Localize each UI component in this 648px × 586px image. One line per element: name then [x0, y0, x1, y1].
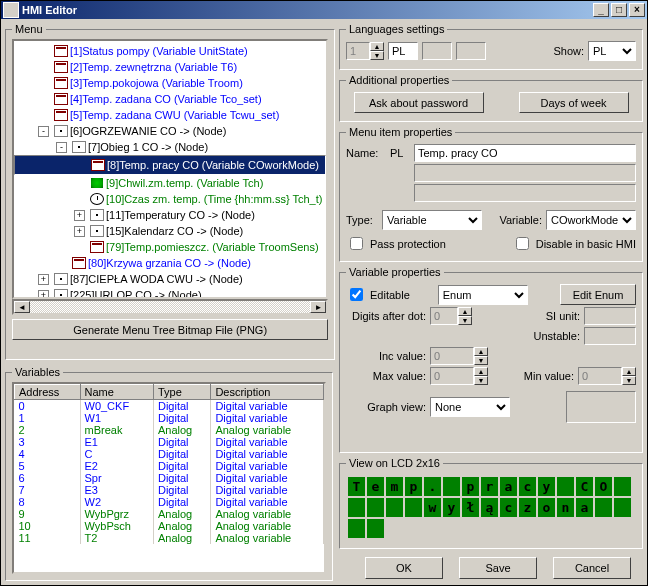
- tree-item[interactable]: [9]Chwil.zm.temp. (Variable Tch): [14, 175, 326, 191]
- lcd-view-group: View on LCD 2x16 Temp.pracyCOwyłączona: [339, 457, 643, 549]
- table-row[interactable]: 10WybPschAnalogAnalog variable: [15, 520, 324, 532]
- expand-icon[interactable]: -: [56, 142, 67, 153]
- tree-item[interactable]: [4]Temp. zadana CO (Variable Tco_set): [14, 91, 326, 107]
- lcd-cell: y: [538, 477, 555, 496]
- table-row[interactable]: 11T2AnalogAnalog variable: [15, 532, 324, 544]
- node-icon: [54, 273, 68, 285]
- tree-item[interactable]: [10]Czas zm. temp. (Time {hh:mm.ss} Tch_…: [14, 191, 326, 207]
- expand-icon[interactable]: -: [38, 126, 49, 137]
- table-row[interactable]: 2mBreakAnalogAnalog variable: [15, 424, 324, 436]
- column-header[interactable]: Address: [15, 385, 81, 400]
- graph-label: Graph view:: [346, 401, 426, 413]
- table-row[interactable]: 7E3DigitalDigital variable: [15, 484, 324, 496]
- menu-item-properties-group: Menu item properties Name: PL: [339, 126, 643, 262]
- edit-enum-button[interactable]: Edit Enum: [560, 284, 636, 305]
- tree-item[interactable]: +[225]URLOP CO -> (Node): [14, 287, 326, 299]
- tree-item[interactable]: +[15]Kalendarz CO -> (Node): [14, 223, 326, 239]
- lcd-cell: m: [386, 477, 403, 496]
- max-spinner[interactable]: ▲▼: [430, 367, 488, 385]
- spin-up-icon[interactable]: ▲: [370, 42, 384, 51]
- tree-item[interactable]: -[6]OGRZEWANIE CO -> (Node): [14, 123, 326, 139]
- menu-group: Menu [1]Status pompy (Variable UnitState…: [5, 23, 335, 360]
- save-button[interactable]: Save: [459, 557, 537, 579]
- max-label: Max value:: [346, 370, 426, 382]
- column-header[interactable]: Type: [153, 385, 210, 400]
- tree-item[interactable]: +[87]CIEPŁA WODA CWU -> (Node): [14, 271, 326, 287]
- item-name-input[interactable]: [414, 144, 636, 162]
- expand-icon[interactable]: +: [74, 226, 85, 237]
- lcd-cell: a: [500, 477, 517, 496]
- spin-down-icon[interactable]: ▼: [370, 51, 384, 60]
- tree-item[interactable]: [3]Temp.pokojowa (Variable Troom): [14, 75, 326, 91]
- digits-spinner[interactable]: ▲▼: [430, 307, 472, 325]
- cancel-button[interactable]: Cancel: [553, 557, 631, 579]
- variable-label: Variable:: [499, 214, 542, 226]
- tree-item[interactable]: [8]Temp. pracy CO (Variable COworkMode): [14, 155, 326, 175]
- tree-item[interactable]: [1]Status pompy (Variable UnitState): [14, 43, 326, 59]
- ask-password-button[interactable]: Ask about password: [354, 92, 484, 113]
- tree-item-label: [87]CIEPŁA WODA CWU -> (Node): [70, 273, 243, 285]
- table-row[interactable]: 6SprDigitalDigital variable: [15, 472, 324, 484]
- additional-properties-group: Additional properties Ask about password…: [339, 74, 643, 122]
- lang0-input[interactable]: [388, 42, 418, 60]
- min-spinner[interactable]: ▲▼: [578, 367, 636, 385]
- disable-basic-hmi-checkbox[interactable]: Disable in basic HMI: [512, 234, 636, 253]
- lang-count-spinner[interactable]: ▲▼: [346, 42, 384, 60]
- table-row[interactable]: 0W0_CKFDigitalDigital variable: [15, 400, 324, 413]
- column-header[interactable]: Description: [211, 385, 324, 400]
- expand-icon[interactable]: +: [74, 210, 85, 221]
- lcd-cell: n: [557, 498, 574, 517]
- tree-hscroll[interactable]: ◄ ►: [12, 299, 328, 315]
- table-row[interactable]: 5E2DigitalDigital variable: [15, 460, 324, 472]
- tree-item[interactable]: [2]Temp. zewnętrzna (Variable T6): [14, 59, 326, 75]
- format-select[interactable]: Enum: [438, 285, 528, 305]
- expand-icon[interactable]: +: [38, 274, 49, 285]
- close-button[interactable]: ×: [629, 3, 645, 17]
- lang-count-input[interactable]: [346, 42, 370, 60]
- maximize-button[interactable]: □: [611, 3, 627, 17]
- table-row[interactable]: 4CDigitalDigital variable: [15, 448, 324, 460]
- show-lang-select[interactable]: PL: [588, 41, 636, 61]
- tree-item-label: [225]URLOP CO -> (Node): [70, 289, 202, 299]
- item-name-input-2: [414, 164, 636, 182]
- table-row[interactable]: 3E1DigitalDigital variable: [15, 436, 324, 448]
- expand-icon[interactable]: +: [38, 290, 49, 300]
- menu-legend: Menu: [12, 23, 46, 35]
- column-header[interactable]: Name: [80, 385, 153, 400]
- lcd-cell: O: [595, 477, 612, 496]
- editable-checkbox[interactable]: Editable: [346, 285, 410, 304]
- pass-protection-checkbox[interactable]: Pass protection: [346, 234, 446, 253]
- tree-item[interactable]: +[11]Temperatury CO -> (Node): [14, 207, 326, 223]
- generate-png-button[interactable]: Generate Menu Tree Bitmap File (PNG): [12, 319, 328, 340]
- table-row[interactable]: 9WybPgrzAnalogAnalog variable: [15, 508, 324, 520]
- scroll-right-icon[interactable]: ►: [310, 301, 326, 313]
- page-icon: [91, 159, 105, 171]
- node-icon: [54, 125, 68, 137]
- lcd-cell: [595, 498, 612, 517]
- lcd-cell: [614, 498, 631, 517]
- tree-item[interactable]: [80]Krzywa grzania CO -> (Node): [14, 255, 326, 271]
- name-label: Name:: [346, 147, 386, 159]
- table-row[interactable]: 1W1DigitalDigital variable: [15, 412, 324, 424]
- ok-button[interactable]: OK: [365, 557, 443, 579]
- table-row[interactable]: 8W2DigitalDigital variable: [15, 496, 324, 508]
- digits-label: Digits after dot:: [346, 310, 426, 322]
- minimize-button[interactable]: _: [593, 3, 609, 17]
- tree-item[interactable]: [5]Temp. zadana CWU (Variable Tcwu_set): [14, 107, 326, 123]
- unstable-label: Unstable:: [534, 330, 580, 342]
- name-lang-label: PL: [390, 147, 410, 159]
- graph-select[interactable]: None: [430, 397, 510, 417]
- siunit-label: SI unit:: [546, 310, 580, 322]
- scroll-left-icon[interactable]: ◄: [14, 301, 30, 313]
- variables-table[interactable]: AddressNameTypeDescription 0W0_CKFDigita…: [12, 382, 326, 574]
- variable-select[interactable]: COworkMode: [546, 210, 636, 230]
- lcd-cell: p: [405, 477, 422, 496]
- type-select[interactable]: Variable: [382, 210, 482, 230]
- lcd-cell: ł: [462, 498, 479, 517]
- days-of-week-button[interactable]: Days of week: [519, 92, 629, 113]
- lcd-cell: [557, 477, 574, 496]
- tree-item[interactable]: [79]Temp.pomieszcz. (Variable TroomSens): [14, 239, 326, 255]
- inc-spinner[interactable]: ▲▼: [430, 347, 488, 365]
- menu-tree[interactable]: [1]Status pompy (Variable UnitState)[2]T…: [12, 39, 328, 299]
- tree-item[interactable]: -[7]Obieg 1 CO -> (Node): [14, 139, 326, 155]
